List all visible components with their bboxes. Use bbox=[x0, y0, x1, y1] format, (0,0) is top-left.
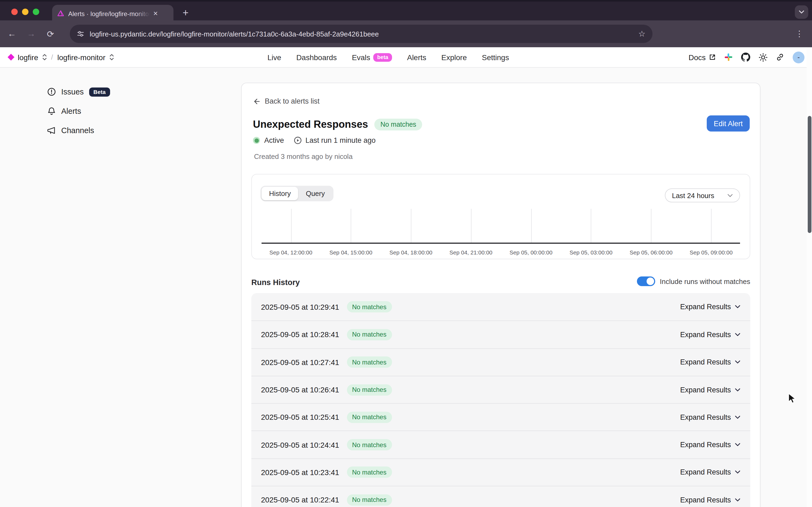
nav-item-live[interactable]: Live bbox=[267, 53, 281, 61]
updown-chevron-icon[interactable] bbox=[110, 54, 114, 61]
page-title: Unexpected Responses bbox=[253, 119, 368, 130]
run-row[interactable]: 2025-09-05 at 10:27:41 No matches Expand… bbox=[251, 348, 750, 376]
slack-icon[interactable] bbox=[724, 53, 733, 61]
expand-results-button[interactable]: Expand Results bbox=[680, 496, 741, 504]
arrow-left-icon bbox=[253, 98, 261, 105]
updown-chevron-icon[interactable] bbox=[42, 54, 47, 61]
site-info-icon[interactable] bbox=[77, 30, 84, 38]
expand-results-button[interactable]: Expand Results bbox=[680, 303, 741, 311]
include-runs-toggle[interactable] bbox=[637, 276, 655, 286]
tab-history[interactable]: History bbox=[262, 187, 298, 200]
external-link-icon bbox=[709, 54, 716, 61]
back-button[interactable]: ← bbox=[5, 29, 18, 39]
status-row: Active Last run 1 minute ago bbox=[253, 136, 376, 145]
bell-icon bbox=[47, 107, 56, 115]
mouse-cursor bbox=[788, 393, 798, 405]
sidebar-item-label: Channels bbox=[61, 126, 94, 135]
forward-button[interactable]: → bbox=[25, 29, 38, 39]
run-timestamp: 2025-09-05 at 10:29:41 bbox=[261, 302, 339, 311]
docs-link[interactable]: Docs bbox=[689, 53, 716, 61]
bookmark-star-icon[interactable]: ☆ bbox=[638, 29, 646, 39]
main-nav: Live Dashboards Evals beta Alerts Explor… bbox=[267, 53, 509, 61]
created-by: Created 3 months ago by nicola bbox=[254, 153, 353, 161]
nav-item-alerts[interactable]: Alerts bbox=[407, 53, 426, 61]
chevron-down-icon bbox=[799, 10, 805, 14]
history-query-tabs: History Query bbox=[261, 186, 333, 201]
share-link-icon[interactable] bbox=[776, 53, 784, 61]
title-row: Unexpected Responses No matches bbox=[253, 119, 422, 130]
run-row[interactable]: 2025-09-05 at 10:26:41 No matches Expand… bbox=[251, 376, 750, 403]
tab-close-icon[interactable]: ✕ bbox=[153, 10, 158, 17]
x-tick: Sep 05, 00:00:00 bbox=[509, 249, 552, 256]
reload-button[interactable]: ⟳ bbox=[44, 29, 57, 39]
chevron-down-icon bbox=[727, 193, 733, 197]
status-badge: No matches bbox=[375, 119, 422, 130]
run-timestamp: 2025-09-05 at 10:26:41 bbox=[261, 385, 339, 394]
play-circle-icon bbox=[294, 136, 302, 145]
run-status-badge: No matches bbox=[347, 467, 392, 478]
new-tab-button[interactable]: + bbox=[182, 5, 188, 21]
x-tick: Sep 05, 09:00:00 bbox=[690, 249, 733, 256]
run-timestamp: 2025-09-05 at 10:23:41 bbox=[261, 468, 339, 477]
url-text[interactable]: logfire-us.pydantic.dev/logfire/logfire-… bbox=[90, 30, 638, 38]
run-row[interactable]: 2025-09-05 at 10:25:41 No matches Expand… bbox=[251, 403, 750, 431]
active-label: Active bbox=[264, 136, 284, 145]
run-status-badge: No matches bbox=[347, 356, 392, 368]
tab-query[interactable]: Query bbox=[298, 187, 332, 200]
content-area: Issues Beta Alerts Channels bbox=[0, 68, 812, 507]
evals-beta-badge: beta bbox=[374, 53, 392, 61]
run-row[interactable]: 2025-09-05 at 10:28:41 No matches Expand… bbox=[251, 321, 750, 348]
edit-alert-button[interactable]: Edit Alert bbox=[707, 115, 750, 131]
scrollbar-track[interactable] bbox=[807, 47, 812, 507]
project-selector[interactable]: logfire-monitor bbox=[57, 53, 106, 61]
logfire-favicon-icon bbox=[57, 10, 64, 17]
time-range-select[interactable]: Last 24 hours bbox=[665, 188, 740, 203]
run-status-badge: No matches bbox=[347, 301, 392, 313]
nav-item-evals[interactable]: Evals bbox=[352, 53, 370, 61]
expand-results-button[interactable]: Expand Results bbox=[680, 331, 741, 339]
screen: Alerts · logfire/logfire-monitor ✕ + ← →… bbox=[0, 0, 812, 507]
window-minimize-button[interactable] bbox=[22, 9, 29, 15]
window-zoom-button[interactable] bbox=[33, 9, 39, 15]
include-runs-toggle-group: Include runs without matches bbox=[637, 276, 750, 286]
nav-item-explore[interactable]: Explore bbox=[441, 53, 467, 61]
alert-detail-card: Back to alerts list Unexpected Responses… bbox=[241, 83, 760, 507]
run-row[interactable]: 2025-09-05 at 10:23:41 No matches Expand… bbox=[251, 458, 750, 486]
sidebar-item-issues[interactable]: Issues Beta bbox=[47, 86, 110, 98]
run-row[interactable]: 2025-09-05 at 10:29:41 No matches Expand… bbox=[251, 293, 750, 321]
window-close-button[interactable] bbox=[11, 9, 18, 15]
avatar[interactable]: - bbox=[793, 51, 805, 63]
sidebar-item-alerts[interactable]: Alerts bbox=[47, 105, 110, 118]
expand-results-button[interactable]: Expand Results bbox=[680, 386, 741, 394]
expand-results-button[interactable]: Expand Results bbox=[680, 413, 741, 421]
logfire-logo-icon bbox=[7, 54, 14, 60]
expand-results-button[interactable]: Expand Results bbox=[680, 468, 741, 476]
runs-list: 2025-09-05 at 10:29:41 No matches Expand… bbox=[251, 293, 750, 507]
sidebar-item-label: Issues bbox=[61, 88, 84, 96]
run-row[interactable]: 2025-09-05 at 10:24:41 No matches Expand… bbox=[251, 431, 750, 458]
issue-circle-icon bbox=[47, 88, 56, 96]
browser-menu-icon[interactable]: ⋮ bbox=[795, 29, 803, 39]
run-row[interactable]: 2025-09-05 at 10:22:41 No matches Expand… bbox=[251, 486, 750, 507]
tab-title: Alerts · logfire/logfire-monitor bbox=[68, 10, 150, 18]
expand-results-button[interactable]: Expand Results bbox=[680, 441, 741, 449]
github-icon[interactable] bbox=[741, 53, 750, 62]
theme-sun-icon[interactable] bbox=[759, 53, 767, 61]
url-bar[interactable]: logfire-us.pydantic.dev/logfire/logfire-… bbox=[70, 25, 652, 43]
back-to-alerts-link[interactable]: Back to alerts list bbox=[253, 97, 320, 105]
nav-item-settings[interactable]: Settings bbox=[482, 53, 509, 61]
include-runs-label: Include runs without matches bbox=[660, 277, 750, 285]
run-status-badge: No matches bbox=[347, 439, 392, 450]
topnav-right: Docs - bbox=[689, 51, 805, 63]
expand-results-button[interactable]: Expand Results bbox=[680, 358, 741, 366]
issues-beta-badge: Beta bbox=[89, 87, 110, 96]
sidebar-item-channels[interactable]: Channels bbox=[47, 124, 110, 137]
run-timestamp: 2025-09-05 at 10:25:41 bbox=[261, 413, 339, 421]
browser-tab-active[interactable]: Alerts · logfire/logfire-monitor ✕ bbox=[52, 5, 173, 22]
nav-item-dashboards[interactable]: Dashboards bbox=[296, 53, 337, 61]
tab-search-button[interactable] bbox=[795, 5, 808, 19]
org-selector[interactable]: logfire bbox=[18, 53, 38, 61]
nav-item-evals-wrap[interactable]: Evals beta bbox=[352, 53, 392, 61]
run-timestamp: 2025-09-05 at 10:28:41 bbox=[261, 330, 339, 339]
scrollbar-thumb[interactable] bbox=[807, 116, 811, 233]
